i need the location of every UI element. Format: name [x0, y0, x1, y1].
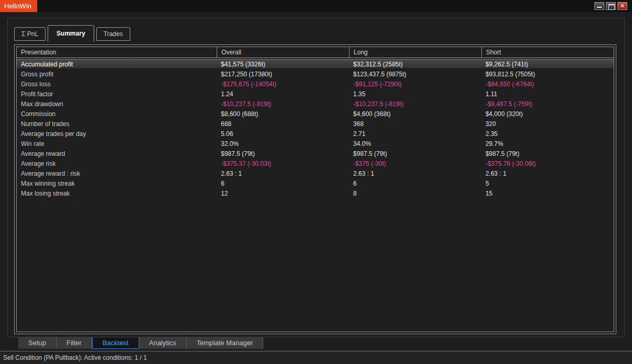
- column-header-long: Long: [349, 47, 481, 58]
- table-row[interactable]: Gross profit$217,250 (17380t)$123,437.5 …: [17, 69, 614, 79]
- cell-short: 2.63 : 1: [481, 170, 614, 177]
- table-row[interactable]: Max drawdown-$10,237.5 (-819t)-$10,237.5…: [17, 99, 614, 109]
- row-label: Average risk: [17, 160, 217, 167]
- cell-overall: -$10,237.5 (-819t): [217, 100, 349, 108]
- row-label: Number of trades: [17, 120, 217, 128]
- cell-short: -$84,550 (-6764t): [481, 81, 614, 88]
- module-tab-backtest[interactable]: Backtest: [92, 337, 139, 349]
- cell-long: 8: [349, 190, 481, 197]
- summary-table: PresentationOverallLongShort Accumulated…: [16, 47, 614, 332]
- cell-long: 368: [349, 120, 481, 128]
- cell-overall: 12: [217, 190, 349, 197]
- report-tab-trades[interactable]: Trades: [96, 27, 130, 41]
- row-label: Max drawdown: [17, 100, 217, 108]
- cell-short: -$9,487.5 (-759t): [481, 100, 614, 108]
- cell-overall: 6: [217, 180, 349, 187]
- module-tab-strip: SetupFilterBacktestAnalyticsTemplate Man…: [18, 337, 263, 349]
- app-title-tab[interactable]: HelloWin: [0, 0, 37, 12]
- table-row[interactable]: Gross loss-$175,675 (-14054t)-$91,125 (-…: [17, 79, 614, 89]
- cell-long: -$375 (-30t): [349, 160, 481, 167]
- summary-table-header: PresentationOverallLongShort: [17, 47, 614, 58]
- app-title: HelloWin: [4, 2, 31, 10]
- report-tab--pnl[interactable]: Σ PnL: [14, 27, 46, 41]
- cell-short: 320: [481, 120, 614, 128]
- table-row[interactable]: Max losing streak12815: [17, 188, 614, 198]
- cell-overall: $41,575 (3326t): [217, 61, 349, 68]
- row-label: Accumulated profit: [17, 61, 217, 68]
- module-tab-template-manager[interactable]: Template Manager: [187, 337, 264, 349]
- row-label: Commission: [17, 110, 217, 118]
- cell-short: -$375.78 (-30.06t): [481, 160, 614, 167]
- maximize-button[interactable]: [606, 2, 616, 10]
- close-button[interactable]: [617, 2, 627, 10]
- summary-table-frame: PresentationOverallLongShort Accumulated…: [14, 44, 616, 334]
- title-bar: HelloWin: [0, 0, 632, 12]
- module-tab-analytics[interactable]: Analytics: [139, 337, 187, 349]
- cell-short: $93,812.5 (7505t): [481, 71, 614, 78]
- cell-overall: 688: [217, 120, 349, 128]
- report-tab-strip: Σ PnLSummaryTrades: [14, 25, 132, 41]
- status-text: Sell Condition (PA Pullback): Active con…: [3, 354, 147, 361]
- row-label: Win rate: [17, 140, 217, 147]
- report-tab-summary[interactable]: Summary: [48, 25, 94, 42]
- cell-overall: 32.0%: [217, 140, 349, 147]
- table-row[interactable]: Profit factor1.241.351.11: [17, 89, 614, 99]
- cell-long: 6: [349, 180, 481, 187]
- table-row[interactable]: Accumulated profit$41,575 (3326t)$32,312…: [17, 59, 614, 69]
- cell-long: -$91,125 (-7290t): [349, 81, 481, 88]
- table-row[interactable]: Number of trades688368320: [17, 119, 614, 129]
- cell-long: -$10,237.5 (-819t): [349, 100, 481, 108]
- table-row[interactable]: Commission$8,600 (688t)$4,600 (368t)$4,0…: [17, 109, 614, 119]
- cell-short: $4,000 (320t): [481, 110, 614, 118]
- cell-overall: $217,250 (17380t): [217, 71, 349, 78]
- column-header-presentation: Presentation: [17, 47, 217, 58]
- table-row[interactable]: Win rate32.0%34.0%29.7%: [17, 139, 614, 149]
- cell-long: $4,600 (368t): [349, 110, 481, 118]
- summary-table-body: Accumulated profit$41,575 (3326t)$32,312…: [17, 58, 614, 198]
- cell-long: 34.0%: [349, 140, 481, 147]
- row-label: Max losing streak: [17, 190, 217, 197]
- cell-overall: $987.5 (79t): [217, 150, 349, 157]
- cell-overall: 2.63 : 1: [217, 170, 349, 177]
- cell-long: $123,437.5 (9875t): [349, 71, 481, 78]
- cell-long: $987.5 (79t): [349, 150, 481, 157]
- row-label: Gross loss: [17, 81, 217, 88]
- cell-short: 1.11: [481, 90, 614, 98]
- cell-short: 2.35: [481, 130, 614, 138]
- cell-overall: -$375.37 (-30.03t): [217, 160, 349, 167]
- row-label: Max winning streak: [17, 180, 217, 187]
- cell-overall: $8,600 (688t): [217, 110, 349, 118]
- table-row[interactable]: Average risk-$375.37 (-30.03t)-$375 (-30…: [17, 158, 614, 168]
- cell-overall: -$175,675 (-14054t): [217, 81, 349, 88]
- cell-overall: 1.24: [217, 90, 349, 98]
- cell-long: 1.35: [349, 90, 481, 98]
- module-tab-setup[interactable]: Setup: [18, 337, 57, 349]
- cell-short: 29.7%: [481, 140, 614, 147]
- table-row[interactable]: Max winning streak665: [17, 178, 614, 188]
- cell-long: $32,312.5 (2585t): [349, 61, 481, 68]
- cell-overall: 5.06: [217, 130, 349, 138]
- cell-short: $987.5 (79t): [481, 150, 614, 157]
- row-label: Average trades per day: [17, 130, 217, 138]
- table-row[interactable]: Average trades per day5.062.712.35: [17, 129, 614, 139]
- row-label: Average reward : risk: [17, 170, 217, 177]
- module-tab-filter[interactable]: Filter: [57, 337, 92, 349]
- table-row[interactable]: Average reward : risk2.63 : 12.63 : 12.6…: [17, 168, 614, 178]
- row-label: Profit factor: [17, 90, 217, 98]
- cell-long: 2.63 : 1: [349, 170, 481, 177]
- row-label: Gross profit: [17, 71, 217, 78]
- row-label: Average reward: [17, 150, 217, 157]
- column-header-overall: Overall: [217, 47, 349, 58]
- cell-short: 15: [481, 190, 614, 197]
- cell-short: $9,262.5 (741t): [481, 61, 614, 68]
- cell-short: 5: [481, 180, 614, 187]
- minimize-button[interactable]: [594, 2, 604, 10]
- column-header-short: Short: [481, 47, 614, 58]
- window-controls: [594, 0, 632, 12]
- cell-long: 2.71: [349, 130, 481, 138]
- status-bar: Sell Condition (PA Pullback): Active con…: [0, 351, 632, 364]
- table-row[interactable]: Average reward$987.5 (79t)$987.5 (79t)$9…: [17, 149, 614, 158]
